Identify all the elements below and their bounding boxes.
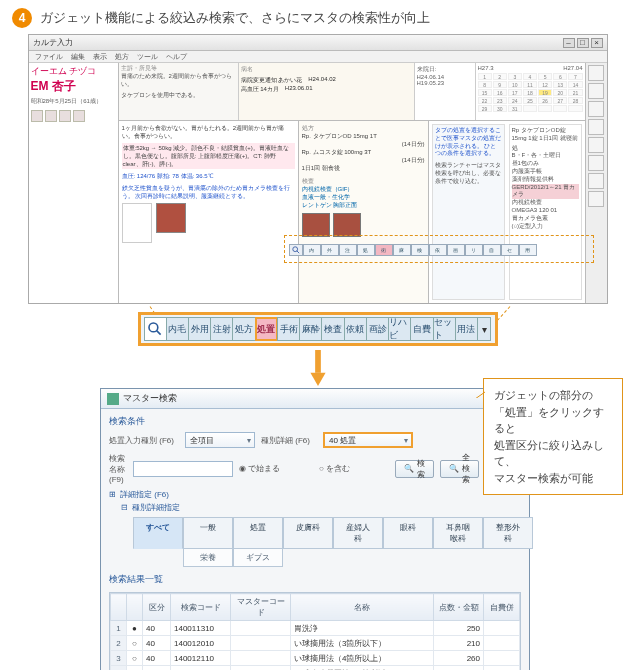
tab-jibi[interactable]: 耳鼻咽喉科 bbox=[433, 517, 483, 549]
col-master-code[interactable]: マスターコード bbox=[231, 594, 291, 621]
close-icon[interactable]: × bbox=[591, 38, 603, 48]
tool-icon[interactable] bbox=[588, 83, 604, 99]
expand-icon[interactable]: ⊟ bbox=[121, 503, 128, 512]
body-schema-thumb[interactable] bbox=[122, 203, 152, 243]
filter-btn-kensa[interactable]: 検査 bbox=[321, 317, 344, 341]
filter-btn-gazoushin[interactable]: 画診 bbox=[366, 317, 389, 341]
filter-btn-masui[interactable]: 麻酔 bbox=[299, 317, 322, 341]
note-line: 「処置」をクリックすると bbox=[494, 404, 612, 437]
checkbox-icon[interactable]: ○ bbox=[132, 639, 137, 648]
tab-sanfu[interactable]: 産婦人科 bbox=[333, 517, 383, 549]
dropdown-icon[interactable]: ▾ bbox=[477, 317, 491, 341]
tab-shochi[interactable]: 処置 bbox=[233, 517, 283, 549]
checkbox-icon[interactable]: ○ bbox=[132, 654, 137, 663]
menu-bar[interactable]: ファイル 編集 表示 処方 ツール ヘルプ bbox=[29, 51, 607, 63]
search-name-input[interactable] bbox=[133, 461, 233, 477]
tool-icon[interactable] bbox=[588, 191, 604, 207]
menu-item[interactable]: 編集 bbox=[71, 52, 85, 62]
karte-text: 1ヶ月前から食欲がない。胃がもたれる。2週間前から胃が痛い。食事がつらい。 bbox=[122, 124, 295, 140]
diag-label: 病名 bbox=[241, 65, 412, 74]
filter-seg[interactable]: 処 bbox=[357, 244, 375, 256]
filter-seg[interactable]: 依 bbox=[429, 244, 447, 256]
karte-order-col: 処方 Rp. タケプロンOD 15mg 1T (14日分) Rp. ムコスタ錠 … bbox=[299, 121, 429, 303]
search-button[interactable]: 🔍検索 bbox=[395, 460, 434, 478]
filter-btn-shohou[interactable]: 処方 bbox=[232, 317, 255, 341]
gadget-filter-mini[interactable]: 内 外 注 処 術 麻 検 依 画 リ 自 セ 用 bbox=[289, 243, 537, 257]
search-all-button[interactable]: 🔍全検索 bbox=[440, 460, 479, 478]
expand-icon[interactable]: ⊞ bbox=[109, 490, 116, 499]
filter-seg[interactable]: 注 bbox=[339, 244, 357, 256]
filter-seg[interactable]: 画 bbox=[447, 244, 465, 256]
tool-icon[interactable] bbox=[588, 155, 604, 171]
filter-btn-jihi[interactable]: 自費 bbox=[410, 317, 433, 341]
table-row[interactable]: 3○40140012110い球摘用法（4箇所以上）260 bbox=[111, 651, 520, 666]
menu-item[interactable]: 処方 bbox=[115, 52, 129, 62]
calendar-grid[interactable]: 1234567 891011121314 15161718192021 2223… bbox=[478, 73, 583, 112]
result-table[interactable]: 区分 検索コード マスターコード 名称 点数・金額 自費併 1●40140011… bbox=[110, 593, 520, 670]
col-points[interactable]: 点数・金額 bbox=[434, 594, 484, 621]
filter-btn-naimou[interactable]: 内毛 bbox=[166, 317, 189, 341]
filter-seg[interactable]: セ bbox=[501, 244, 519, 256]
tab-seikei[interactable]: 整形外科 bbox=[483, 517, 533, 549]
tab-all[interactable]: すべて bbox=[133, 517, 183, 549]
patient-icon[interactable] bbox=[45, 110, 57, 122]
filter-btn-set[interactable]: セット bbox=[433, 317, 456, 341]
svg-line-6 bbox=[445, 392, 485, 398]
karte-subjective-col: 1ヶ月前から食欲がない。胃がもたれる。2週間前から胃が痛い。食事がつらい。 体重… bbox=[119, 121, 299, 303]
search-icon[interactable] bbox=[144, 317, 167, 341]
col-jihi[interactable]: 自費併 bbox=[484, 594, 520, 621]
select-input-type[interactable]: 全項目 bbox=[185, 432, 255, 448]
match-radio-starts[interactable]: ◉ で始まる bbox=[239, 463, 309, 474]
col-kubun[interactable]: 区分 bbox=[143, 594, 171, 621]
filter-btn-irai[interactable]: 依頼 bbox=[344, 317, 367, 341]
tab-general[interactable]: 一般 bbox=[183, 517, 233, 549]
filter-seg[interactable]: 用 bbox=[519, 244, 537, 256]
menu-item[interactable]: 表示 bbox=[93, 52, 107, 62]
filter-seg[interactable]: 自 bbox=[483, 244, 501, 256]
select-type-detail[interactable]: 40 処置 bbox=[323, 432, 413, 448]
filter-seg[interactable]: 外 bbox=[321, 244, 339, 256]
filter-seg-shochi[interactable]: 術 bbox=[375, 244, 393, 256]
tool-icon[interactable] bbox=[588, 119, 604, 135]
menu-item[interactable]: ファイル bbox=[35, 52, 63, 62]
filter-seg[interactable]: 検 bbox=[411, 244, 429, 256]
filter-btn-shujutsu[interactable]: 手術 bbox=[277, 317, 300, 341]
tool-icon[interactable] bbox=[588, 65, 604, 81]
filter-btn-youhou[interactable]: 用法 bbox=[455, 317, 478, 341]
tab-eiyou[interactable]: 栄養 bbox=[183, 549, 233, 567]
filter-btn-shochi[interactable]: 処置 bbox=[255, 317, 278, 341]
patient-icon[interactable] bbox=[73, 110, 85, 122]
filter-btn-rehabi[interactable]: リハビ bbox=[388, 317, 411, 341]
endoscope-thumb[interactable] bbox=[302, 213, 330, 237]
filter-seg[interactable]: リ bbox=[465, 244, 483, 256]
menu-item[interactable]: ツール bbox=[137, 52, 158, 62]
col-search-code[interactable]: 検索コード bbox=[171, 594, 231, 621]
match-radio-contains[interactable]: ○ を含む bbox=[319, 463, 389, 474]
patient-icon[interactable] bbox=[59, 110, 71, 122]
minimize-icon[interactable]: – bbox=[563, 38, 575, 48]
checkbox-icon[interactable]: ● bbox=[132, 624, 137, 633]
filter-seg[interactable]: 内 bbox=[303, 244, 321, 256]
tool-icon[interactable] bbox=[588, 173, 604, 189]
table-row[interactable]: 2○40140012010い球摘用法（3箇所以下）210 bbox=[111, 636, 520, 651]
endoscope-thumb[interactable] bbox=[156, 203, 186, 233]
filter-seg[interactable]: 麻 bbox=[393, 244, 411, 256]
tab-ganka[interactable]: 眼科 bbox=[383, 517, 433, 549]
filter-btn-gaiyou[interactable]: 外用 bbox=[188, 317, 211, 341]
maximize-icon[interactable]: □ bbox=[577, 38, 589, 48]
tab-hifuka[interactable]: 皮膚科 bbox=[283, 517, 333, 549]
search-icon[interactable] bbox=[289, 244, 303, 256]
table-row[interactable]: 1●40140011310胃洗浄250 bbox=[111, 621, 520, 636]
calendar-panel[interactable]: H27.3H27.04 1234567 891011121314 1516171… bbox=[475, 63, 585, 120]
table-row[interactable]: 4○40140012410い球冷凍凝固法（3箇所以下）210 bbox=[111, 666, 520, 671]
right-toolbar[interactable] bbox=[585, 63, 607, 303]
patient-icon[interactable] bbox=[31, 110, 43, 122]
endoscope-thumb[interactable] bbox=[333, 213, 361, 237]
col-name[interactable]: 名称 bbox=[291, 594, 434, 621]
menu-item[interactable]: ヘルプ bbox=[166, 52, 187, 62]
tool-icon[interactable] bbox=[588, 101, 604, 117]
master-search-dialog: マスター検索 ? × 検索条件 処置入力種別 (F6) 全項目 種別詳細 (F6… bbox=[100, 388, 530, 670]
tab-gips[interactable]: ギプス bbox=[233, 549, 283, 567]
filter-btn-chuusha[interactable]: 注射 bbox=[210, 317, 233, 341]
tool-icon[interactable] bbox=[588, 137, 604, 153]
